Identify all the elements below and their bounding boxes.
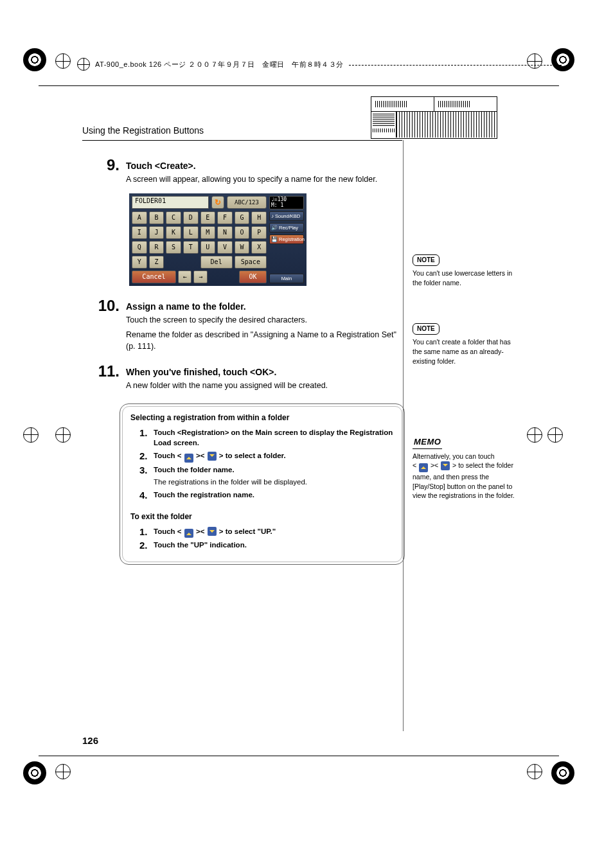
key-del[interactable]: Del [200,256,233,269]
panel-step-2: 2. Touch < >< > to select a folder. [139,450,394,463]
note-block-1: NOTE You can't use lowercase letters in … [413,254,520,287]
key-a[interactable]: A [132,211,147,224]
crop-line [39,756,559,756]
reg-mark [547,427,563,443]
crop-circle [551,761,574,784]
panel-exit-step-2: 2. Touch the "UP" indication. [139,540,394,551]
text-frag: >< [194,527,207,535]
note-text: You can't use lowercase letters in the f… [413,269,520,287]
key-e[interactable]: E [200,211,216,224]
key-d[interactable]: D [183,211,199,224]
naming-screen: FOLDER01 ↻ ABC/123 A B C D E F G H [129,193,306,286]
panel-step-3: 3. Touch the folder name. The registrati… [139,465,394,488]
key-x[interactable]: X [251,241,267,254]
crop-line [39,85,559,86]
crop-circle [23,761,46,784]
text-frag: > to select "UP." [217,527,276,535]
cancel-button[interactable]: Cancel [132,270,176,283]
tab-registration[interactable]: 💾Registration [269,235,304,244]
panel-step-text: Touch the registration name. [154,490,394,500]
panel-step-number: 1. [139,526,154,538]
cursor-left-button[interactable]: ← [178,270,192,283]
key-u[interactable]: U [200,241,216,254]
panel-step-text: Touch the folder name. The registrations… [154,465,394,488]
step-11: 11. When you've finished, touch <OK>. A … [82,363,402,392]
panel-step-number: 2. [139,540,154,551]
text-frag: Alternatively, you can touch [413,452,495,460]
panel-step-1: 1. Touch <Registration> on the Main scre… [139,427,394,448]
down-triangle-icon [208,527,217,536]
keyboard-row-1: A B C D E F G H [132,211,267,224]
key-r[interactable]: R [149,241,164,254]
panel-step-text: Touch the "UP" indication. [154,540,394,551]
key-l[interactable]: L [183,226,199,239]
sub-procedure-panel: Selecting a registration from within a f… [120,403,405,565]
key-z[interactable]: Z [149,256,164,269]
note-text: You can't create a folder that has the s… [413,337,520,366]
panel-heading: Selecting a registration from within a f… [130,413,394,422]
key-f[interactable]: F [217,211,233,224]
refresh-button[interactable]: ↻ [211,196,224,209]
tempo-display: ♩=130 M: 1 [269,196,304,210]
key-g[interactable]: G [235,211,250,224]
key-space[interactable]: Space [235,256,267,269]
step-text: Rename the folder as described in "Assig… [126,329,402,353]
key-p[interactable]: P [251,226,267,239]
reg-mark [55,427,71,443]
key-h[interactable]: H [251,211,267,224]
input-mode-button[interactable]: ABC/123 [227,196,267,209]
step-title: Touch <Create>. [126,161,402,171]
page-number: 126 [82,735,98,746]
up-triangle-icon [184,454,193,463]
down-triangle-icon [441,461,450,470]
step-title: When you've finished, touch <OK>. [126,367,402,377]
tab-rec-play[interactable]: 🔊Rec/Play [269,223,304,233]
keyboard-row-4: Y Z Del Space [132,256,267,269]
tab-sound-kbd[interactable]: ♪Sound/KBD [269,211,304,221]
measure-value: M: 1 [271,203,302,209]
text-frag: < [413,461,418,469]
text-frag: Touch the folder name. [154,466,235,474]
panel-step-number: 2. [139,450,154,463]
step-9: 9. Touch <Create>. A screen will appear,… [82,157,402,292]
panel-step-sub: The registrations in the folder will be … [154,477,394,488]
key-m[interactable]: M [200,226,216,239]
panel-step-number: 4. [139,490,154,500]
reg-mark [55,53,71,69]
text-frag: >< [194,452,207,459]
key-k[interactable]: K [166,226,181,239]
key-i[interactable]: I [132,226,147,239]
key-q[interactable]: Q [132,241,147,254]
reg-mark [527,764,542,779]
key-n[interactable]: N [217,226,233,239]
key-s[interactable]: S [166,241,181,254]
speaker-icon: 🔊 [271,225,278,231]
panel-step-number: 3. [139,465,154,488]
text-frag: Touch < [154,527,184,535]
folder-name-field[interactable]: FOLDER01 [132,196,209,209]
text-frag: >< [429,461,440,469]
panel-step-text: Touch < >< > to select "UP." [154,526,394,538]
keyboard-bottom-row: Cancel ← → OK [132,270,267,283]
step-text: Touch the screen to specify the desired … [126,314,402,326]
key-o[interactable]: O [235,226,250,239]
key-c[interactable]: C [166,211,181,224]
up-triangle-icon [184,529,193,538]
key-w[interactable]: W [235,241,250,254]
header-text: AT-900_e.book 126 ページ ２００７年９月７日 金曜日 午前８時… [95,60,344,69]
key-v[interactable]: V [217,241,233,254]
crop-circle [23,48,46,71]
step-text: A screen will appear, allowing you to sp… [126,173,402,186]
key-y[interactable]: Y [132,256,147,269]
keyboard-row-3: Q R S T U V W X [132,241,267,254]
ok-button[interactable]: OK [239,270,267,283]
reg-mark-icon [77,58,90,71]
panel-step-text: Touch < >< > to select a folder. [154,450,394,463]
key-b[interactable]: B [149,211,164,224]
tab-main[interactable]: Main [269,274,304,283]
key-j[interactable]: J [149,226,164,239]
disk-icon: 💾 [271,236,278,242]
text-frag: > to select the [450,461,495,469]
key-t[interactable]: T [183,241,199,254]
cursor-right-button[interactable]: → [193,270,208,283]
